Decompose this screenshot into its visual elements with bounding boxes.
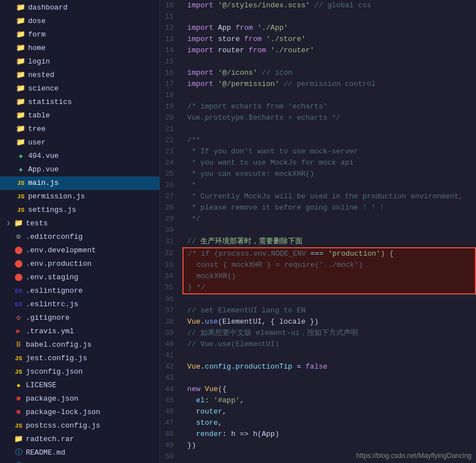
sidebar-item-jest-config-js[interactable]: JS jest.config.js — [0, 352, 159, 365]
sidebar-item-label: .travis.yml — [26, 326, 159, 337]
sidebar-item-404-vue[interactable]: ◆ 404.vue — [0, 149, 159, 163]
sidebar-item-dashboard[interactable]: ❯ 📁 dashboard — [0, 1, 159, 15]
arrow-icon: ❯ — [4, 110, 16, 121]
sidebar-item-radtech-rar[interactable]: 📁 radtech.rar — [0, 433, 159, 446]
code-content: * you can execute: mockXHR() — [183, 169, 475, 180]
code-content: Vue.config.productionTip = false — [183, 361, 475, 373]
line-number: 41 — [160, 350, 183, 361]
file-icon: ■ — [13, 407, 24, 418]
arrow-icon: ❯ — [4, 83, 16, 94]
sidebar-item-table[interactable]: ❯ 📁 table — [0, 109, 159, 122]
sidebar-item-App-vue[interactable]: ◆ App.vue — [0, 163, 159, 176]
code-content: // set ElementUI lang to EN — [183, 305, 475, 316]
sidebar-item--editorconfig[interactable]: ⚙ .editorconfig — [0, 230, 159, 244]
sidebar-item--travis-yml[interactable]: ▶ .travis.yml — [0, 325, 159, 338]
file-icon: JS — [16, 191, 26, 202]
sidebar-item--env-staging[interactable]: ⬤ .env.staging — [0, 271, 159, 284]
sidebar-item-jsconfig-json[interactable]: JS jsconfig.json — [0, 365, 159, 379]
sidebar-item-package-lock-json[interactable]: ■ package-lock.json — [0, 406, 159, 419]
line-number: 22 — [160, 135, 183, 146]
sidebar-item-statistics[interactable]: ❯ 📁 statistics — [0, 96, 159, 109]
sidebar-item-home[interactable]: ❯ 📁 home — [0, 42, 159, 55]
line-number: 45 — [160, 395, 183, 406]
sidebar-item--eslintrc-js[interactable]: ES .eslintrc.js — [0, 298, 159, 311]
code-line: 42Vue.config.productionTip = false — [160, 361, 475, 373]
code-line: 23 * If you don't want to use mock-serve… — [160, 146, 475, 157]
sidebar-item-tests[interactable]: ❯ 📁 tests — [0, 217, 159, 230]
code-content: render: h => h(App) — [183, 429, 475, 440]
sidebar-item-tree[interactable]: ❯ 📁 tree — [0, 122, 159, 136]
file-icon: ES — [13, 285, 24, 297]
line-number: 32 — [160, 248, 183, 260]
line-number: 33 — [160, 260, 183, 271]
file-icon: 📁 — [16, 43, 26, 54]
code-line: 17import '@/permission' // permission co… — [160, 79, 475, 90]
code-line: 44new Vue({ — [160, 384, 475, 395]
code-content — [183, 124, 475, 135]
arrow-icon: ❯ — [4, 124, 16, 135]
code-content: /* if (process.env.NODE_ENV === 'product… — [183, 248, 475, 260]
code-content — [183, 373, 475, 384]
line-number: 42 — [160, 361, 183, 373]
code-line: 41 — [160, 350, 475, 361]
sidebar-item-label: tests — [26, 218, 159, 229]
file-icon: ◆ — [13, 380, 24, 391]
file-icon: 📁 — [16, 83, 26, 94]
code-line: 39// 如果想要中文版 element-ui，按如下方式声明 — [160, 328, 475, 339]
line-number: 40 — [160, 339, 183, 350]
sidebar-item-package-json[interactable]: ■ package.json — [0, 392, 159, 406]
sidebar-item-label: home — [28, 43, 159, 54]
sidebar-item-permission-js[interactable]: JS permission.js — [0, 190, 159, 203]
line-number: 46 — [160, 406, 183, 417]
sidebar-item-README-md[interactable]: ⓘ README.md — [0, 446, 159, 460]
line-number: 31 — [160, 236, 183, 248]
sidebar-item-label: .env.production — [26, 258, 159, 270]
code-line: 19/* import echarts from 'echarts' — [160, 101, 475, 112]
sidebar-item--gitignore[interactable]: ◇ .gitignore — [0, 311, 159, 325]
sidebar-item-label: nested — [28, 70, 159, 81]
sidebar-item-label: radtech.rar — [26, 434, 159, 445]
sidebar-item-settings-js[interactable]: JS settings.js — [0, 203, 159, 217]
sidebar-item-main-js[interactable]: JS main.js — [0, 176, 159, 190]
sidebar-item-user[interactable]: ❯ 📁 user — [0, 136, 159, 149]
code-content: }) — [183, 440, 475, 451]
file-icon: 📁 — [16, 70, 26, 81]
file-explorer: ❯ 📁 dashboard ❯ 📁 dose ❯ 📁 form ❯ 📁 home… — [0, 0, 160, 463]
file-icon: JS — [13, 353, 24, 364]
sidebar-item-postcss-config-js[interactable]: JS postcss.config.js — [0, 419, 159, 433]
code-line: 12import App from './App' — [160, 22, 475, 34]
code-content: // 生产环境部署时，需要删除下面 — [183, 236, 475, 248]
code-line: 35} */ — [160, 282, 475, 294]
file-icon: 📁 — [16, 56, 26, 67]
sidebar-item-README-zh-md[interactable]: ⓘ README-zh.md — [0, 460, 159, 463]
sidebar-item-form[interactable]: ❯ 📁 form — [0, 28, 159, 42]
file-icon: ⬤ — [13, 272, 24, 283]
file-icon: 📁 — [16, 97, 26, 108]
sidebar-item--env-production[interactable]: ⬤ .env.production — [0, 257, 159, 271]
line-number: 38 — [160, 316, 183, 328]
code-content: * If you don't want to use mock-server — [183, 146, 475, 157]
code-content: Vue.use(ElementUI, { locale }) — [183, 316, 475, 328]
sidebar-item-label: README.md — [26, 447, 159, 459]
line-number: 13 — [160, 34, 183, 45]
sidebar-item-LICENSE[interactable]: ◆ LICENSE — [0, 379, 159, 392]
code-content: // Vue.use(ElementUI) — [183, 339, 475, 350]
line-number: 11 — [160, 11, 183, 22]
file-icon: JS — [13, 420, 24, 432]
code-content: * — [183, 180, 475, 191]
sidebar-item-nested[interactable]: ❯ 📁 nested — [0, 69, 159, 82]
sidebar-item-babel-config-js[interactable]: B babel.config.js — [0, 338, 159, 352]
sidebar-item--eslintignore[interactable]: ES .eslintignore — [0, 284, 159, 298]
code-line: 20Vue.prototype.$echarts = echarts */ — [160, 112, 475, 124]
sidebar-item--env-development[interactable]: ⬤ .env.development — [0, 244, 159, 257]
sidebar-item-label: .eslintrc.js — [26, 299, 159, 310]
sidebar-item-login[interactable]: ❯ 📁 login — [0, 55, 159, 69]
code-line: 50 — [160, 451, 475, 462]
line-number: 29 — [160, 214, 183, 225]
code-editor: 10import '@/styles/index.scss' // global… — [160, 0, 476, 463]
code-content: mockXHR() — [183, 271, 475, 282]
sidebar-item-science[interactable]: ❯ 📁 science — [0, 82, 159, 96]
sidebar-item-label: statistics — [28, 97, 159, 108]
file-icon: 📁 — [16, 110, 26, 121]
sidebar-item-dose[interactable]: ❯ 📁 dose — [0, 15, 159, 28]
